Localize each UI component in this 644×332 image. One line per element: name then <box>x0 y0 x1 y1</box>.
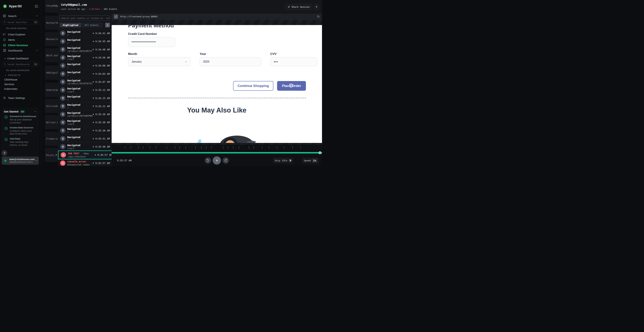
sidebar-item-alerts[interactable]: Alerts <box>0 37 41 42</box>
event-row[interactable]: Navigated /product/HQTGWGPNH4 9:35:26 AM <box>58 110 112 118</box>
play-icon <box>93 105 94 107</box>
search-icon <box>4 21 6 24</box>
close-button[interactable]: ✕ <box>314 4 319 10</box>
session-list-item[interactable]: Frederic <box>45 132 58 146</box>
timeline-tick <box>269 146 269 149</box>
replayed-page: Payment Method Credit Card Number ******… <box>112 25 322 143</box>
session-list-item[interactable]: Coty60@g <box>45 0 58 13</box>
timeline-tick <box>277 146 277 149</box>
sidebar-item-client-sessions[interactable]: Client Sessions <box>0 42 41 48</box>
chart-icon <box>3 32 6 36</box>
cc-number-input[interactable]: ******************** <box>128 37 175 47</box>
year-select[interactable]: 2025 <box>200 57 261 66</box>
sidebar-item-label: Alerts <box>8 38 15 41</box>
event-row[interactable]: Navigated / 9:35:41 AM <box>58 135 112 143</box>
panel-toggle-icon[interactable] <box>35 4 38 8</box>
saved-dashboards-input[interactable]: Saved Dashboards ⌘K <box>2 62 39 67</box>
session-list-item[interactable]: Alicia42 <box>45 99 58 113</box>
forward-button[interactable] <box>222 157 229 164</box>
event-row[interactable]: Navigated / 9:35:21 AM <box>58 102 112 110</box>
event-row[interactable]: Navigated / 9:35:03 AM <box>58 70 112 78</box>
session-email: Coty60@gmail.com <box>61 3 117 6</box>
expand-icon[interactable] <box>114 14 118 19</box>
event-row[interactable]: Navigated /cart 9:35:46 AM <box>58 143 112 151</box>
session-detail-overlay: Coty60@gmail.com Last active 8m ago·1 Er… <box>58 0 322 166</box>
event-row[interactable]: Navigated / 9:35:36 AM <box>58 127 112 135</box>
timeline-tick <box>180 146 180 149</box>
play-icon <box>93 138 94 140</box>
timeline-tick <box>130 146 131 149</box>
replay-url: http://frontend-proxy:8080/ <box>120 15 317 18</box>
event-row[interactable]: Navigated /cart 9:35:12 AM <box>58 86 112 94</box>
preset-item-services[interactable]: Services <box>0 82 41 86</box>
events-search-placeholder: Search your events w/ Lucene ex. colum <box>61 17 110 20</box>
avatar: D <box>3 158 8 163</box>
saved-searches-input[interactable]: Saved Searches ⌘K <box>2 20 39 25</box>
event-row[interactable]: Navigated / 9:35:00 AM <box>58 62 112 70</box>
sidebar-item-label: Chart Explorer <box>8 33 26 36</box>
speed-control[interactable]: Speed 1x <box>302 158 319 164</box>
cvv-input[interactable]: ••• <box>270 57 317 66</box>
play-icon <box>93 49 94 50</box>
location-pin-icon <box>61 145 64 148</box>
create-dashboard-button[interactable]: + Create Dashboard <box>0 56 41 61</box>
event-row[interactable]: Navigated / 9:35:15 AM <box>58 94 112 102</box>
continue-shopping-button[interactable]: Continue Shopping <box>233 81 273 91</box>
event-row[interactable]: console.error Unexpected token 'I'… 9:35… <box>58 159 112 166</box>
event-row[interactable]: Navigated /cart 9:34:56 AM <box>58 54 112 62</box>
collapse-panel-button[interactable] <box>105 23 110 27</box>
tab-highlighted[interactable]: Highlighted <box>60 23 81 27</box>
session-list-item[interactable]: Beth.Gol <box>45 48 58 62</box>
check-circle-icon <box>4 116 8 119</box>
user-menu[interactable]: D dale@clickhouse.com dale@clickhouse.co… <box>2 156 39 165</box>
copy-icon[interactable] <box>317 15 320 18</box>
month-select[interactable]: January <box>128 57 190 66</box>
session-list-item[interactable]: Monserra <box>45 32 58 46</box>
event-row[interactable]: 500 POST · 59ms /api/checkout 9:35:57 AM <box>58 150 112 160</box>
sidebar-item-search[interactable]: Search <box>0 13 41 18</box>
preset-item-kubernetes[interactable]: Kubernetes <box>0 86 41 91</box>
event-row[interactable]: Navigated /cart 9:35:30 AM <box>58 118 112 126</box>
get-started-item[interactable]: Create Data Sources Configure where your… <box>4 126 36 136</box>
share-session-button[interactable]: Share Session <box>285 4 312 10</box>
session-list-item[interactable]: Retha77@ <box>45 16 58 30</box>
session-list-item[interactable]: Abbigail <box>45 66 58 80</box>
preset-item-clickhouse[interactable]: ClickHouse <box>0 77 41 82</box>
no-saved-searches-text: No saved searches <box>0 26 41 30</box>
event-row[interactable]: Navigated / 9:34:45 AM <box>58 38 112 46</box>
play-icon <box>93 81 94 83</box>
rewind-button[interactable] <box>205 157 211 164</box>
event-row[interactable]: Navigated /product/9SIQT8TOJO 9:35:07 AM <box>58 78 112 86</box>
session-list-item[interactable]: Dixie_M <box>45 148 58 162</box>
check-circle-icon <box>4 127 8 130</box>
timeline-tick <box>239 146 239 149</box>
session-list-item[interactable]: Andre21@ <box>45 83 58 97</box>
presets-toggle[interactable]: PRESETS <box>0 72 41 77</box>
sidebar-item-dashboards[interactable]: Dashboards <box>0 48 41 53</box>
location-pin-icon <box>61 56 64 59</box>
sidebar-item-chart-explorer[interactable]: Chart Explorer <box>0 32 41 37</box>
timeline-progress[interactable] <box>112 152 322 154</box>
timeline-tick <box>292 146 293 149</box>
events-search-input[interactable]: Search your events w/ Lucene ex. colum <box>60 16 110 21</box>
timeline-tick <box>223 146 224 149</box>
event-row[interactable]: Navigated / 9:34:41 AM <box>58 29 112 38</box>
get-started-item[interactable]: Add Data Start sending logs, metrics, or… <box>4 138 36 147</box>
get-started-item[interactable]: Connect to ClickHouse Set up your databa… <box>4 115 36 124</box>
timeline-ticks[interactable] <box>112 145 322 150</box>
event-row[interactable]: Navigated /product/6E92ZMYYFZ 9:34:48 AM <box>58 46 112 54</box>
sidebar-item-team-settings[interactable]: Team Settings <box>0 95 41 100</box>
chevron-up-icon[interactable] <box>34 110 36 113</box>
session-list-item[interactable]: Wilson_H <box>45 115 58 129</box>
timeline-handle[interactable] <box>318 152 321 154</box>
timeline-tick <box>175 146 175 149</box>
presets-list: ClickHouseServicesKubernetes <box>0 77 41 91</box>
console-icon <box>61 162 64 164</box>
chevron-up-icon <box>36 15 38 17</box>
pause-icon <box>216 159 218 162</box>
skip-idle-toggle[interactable]: Skip Idle <box>273 158 294 164</box>
location-pin-icon <box>61 72 64 75</box>
help-button[interactable]: ? <box>2 150 7 156</box>
pause-button[interactable] <box>213 156 221 164</box>
tab-all-events[interactable]: All Events <box>81 23 102 27</box>
